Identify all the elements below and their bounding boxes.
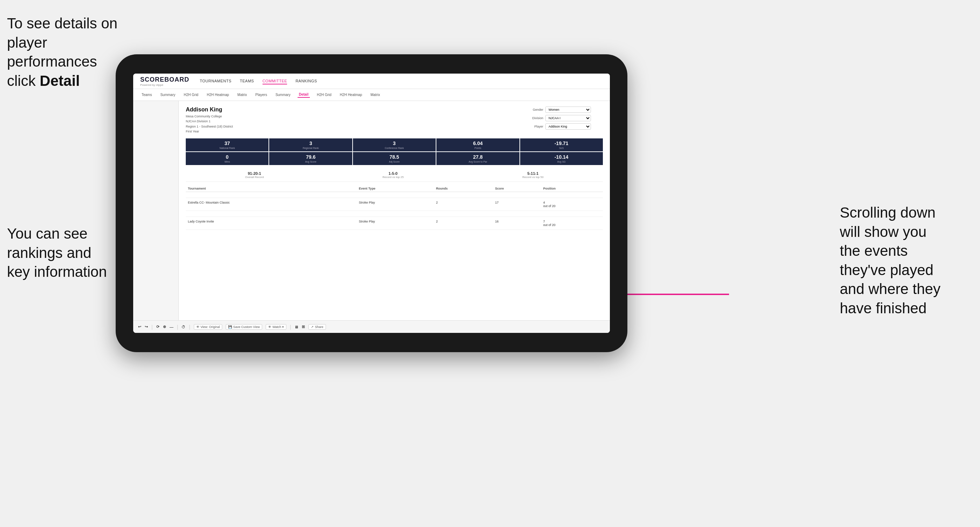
stats-row1: 37 National Rank 3 Regional Rank 3 Confe…: [186, 138, 603, 151]
gender-label: Gender: [526, 108, 543, 111]
sub-nav-detail[interactable]: Detail: [298, 92, 310, 98]
sub-nav-h2h-heatmap[interactable]: H2H Heatmap: [205, 92, 230, 97]
cell-rounds-2: 2: [434, 217, 493, 230]
logo-text: SCOREBOARD: [140, 76, 189, 83]
sub-nav-matrix2[interactable]: Matrix: [369, 92, 381, 97]
nav-teams[interactable]: TEAMS: [240, 78, 254, 84]
nav-tournaments[interactable]: TOURNAMENTS: [200, 78, 231, 84]
stat-avg-sg: -10.14 Avg SG: [520, 152, 603, 165]
division-row: Division NJCAA I NJCAA II: [526, 115, 603, 121]
table-row: Lady Coyote Invite Stroke Play 2 16 7out…: [186, 217, 603, 230]
cell-tournament-2: Lady Coyote Invite: [186, 217, 357, 230]
view-icon: 👁: [196, 325, 199, 329]
stats-row2: 0 Wins 79.6 Avg Score 78.5 Adj Score 27.…: [186, 152, 603, 165]
record-top25: 1-5-0 Record vs top 25: [382, 171, 403, 179]
division-select[interactable]: NJCAA I NJCAA II: [546, 115, 591, 121]
minus-icon[interactable]: —: [170, 325, 173, 329]
col-tournament: Tournament: [186, 185, 357, 192]
stat-conference-rank: 3 Conference Rank: [353, 138, 436, 151]
player-row: Player Addison King: [526, 123, 603, 130]
stat-regional-rank: 3 Regional Rank: [269, 138, 352, 151]
table-row: Estrella CC- Mountain Classic Stroke Pla…: [186, 198, 603, 211]
watch-icon: 👁: [268, 325, 271, 329]
tablet-screen: SCOREBOARD Powered by clippd TOURNAMENTS…: [133, 74, 610, 333]
player-name: Addison King: [186, 106, 233, 113]
cell-position-1: 4out of 20: [541, 198, 603, 211]
top-nav-items: TOURNAMENTS TEAMS COMMITTEE RANKINGS: [200, 78, 317, 84]
refresh-icon[interactable]: ⟳: [156, 324, 159, 329]
nav-rankings[interactable]: RANKINGS: [296, 78, 317, 84]
player-controls: Gender Women Men Division NJCAA I NJCAA …: [526, 106, 603, 134]
sub-nav-summary2[interactable]: Summary: [274, 92, 292, 97]
sub-nav-h2h-grid2[interactable]: H2H Grid: [315, 92, 333, 97]
player-label: Player: [526, 125, 543, 128]
cell-score-2: 16: [493, 217, 541, 230]
gender-select[interactable]: Women Men: [546, 106, 591, 113]
save-icon: 💾: [228, 325, 232, 329]
player-header: Addison King Mesa Community College NJCA…: [186, 106, 603, 134]
redo-icon[interactable]: ↪: [145, 324, 148, 329]
share-button[interactable]: ↗ Share: [309, 324, 326, 330]
annotation-bottom-right: Scrolling downwill show youthe eventsthe…: [840, 203, 973, 318]
player-division: NJCAA Division 1: [186, 119, 233, 124]
sub-nav-matrix[interactable]: Matrix: [236, 92, 248, 97]
stat-avg-score: 79.6 Avg Score: [269, 152, 352, 165]
player-select[interactable]: Addison King: [546, 123, 591, 130]
cell-position-2: 7out of 20: [541, 217, 603, 230]
view-original-button[interactable]: 👁 View: Original: [194, 324, 222, 330]
right-panel: Addison King Mesa Community College NJCA…: [179, 101, 610, 320]
left-panel: [133, 101, 179, 320]
cell-event-type-1: Stroke Play: [357, 198, 434, 211]
zoom-icon[interactable]: ⊕: [163, 324, 166, 329]
clock-icon[interactable]: ⏱: [181, 325, 185, 329]
stat-adj-score: 78.5 Adj Score: [353, 152, 436, 165]
cell-event-type-2: Stroke Play: [357, 217, 434, 230]
stat-avg-score-par: 27.8 Avg Score to Par: [436, 152, 519, 165]
logo-area: SCOREBOARD Powered by clippd: [140, 76, 189, 87]
monitor-icon[interactable]: 🖥: [294, 325, 298, 329]
col-event-type: Event Type: [357, 185, 434, 192]
cell-tournament-1: Estrella CC- Mountain Classic: [186, 198, 357, 211]
stat-national-rank: 37 National Rank: [186, 138, 269, 151]
record-overall: 91-20-1 Overall Record: [245, 171, 264, 179]
col-position: Position: [541, 185, 603, 192]
save-custom-view-button[interactable]: 💾 Save Custom View: [226, 324, 262, 330]
watch-button[interactable]: 👁 Watch ▾: [266, 324, 286, 330]
cell-rounds-1: 2: [434, 198, 493, 211]
gender-row: Gender Women Men: [526, 106, 603, 113]
sub-nav-h2h-grid[interactable]: H2H Grid: [182, 92, 200, 97]
bottom-toolbar: ↩ ↪ | ⟳ ⊕ — | ⏱ | 👁 View: Original 💾 Sav…: [133, 320, 610, 333]
annotation-bottom-left: You can seerankings andkey information: [7, 224, 126, 282]
main-content: Addison King Mesa Community College NJCA…: [133, 101, 610, 320]
player-region: Region 1 - Southwest (18) District: [186, 124, 233, 129]
division-label: Division: [526, 116, 543, 120]
cell-score-1: 17: [493, 198, 541, 211]
stat-wins: 0 Wins: [186, 152, 269, 165]
sub-nav-h2h-heatmap2[interactable]: H2H Heatmap: [339, 92, 363, 97]
grid-icon[interactable]: ⊞: [302, 324, 305, 329]
records-row: 91-20-1 Overall Record 1-5-0 Record vs t…: [186, 168, 603, 182]
tablet: SCOREBOARD Powered by clippd TOURNAMENTS…: [116, 54, 627, 352]
player-info: Addison King Mesa Community College NJCA…: [186, 106, 233, 134]
tournament-table: Tournament Event Type Rounds Score Posit…: [186, 185, 603, 230]
col-score: Score: [493, 185, 541, 192]
player-school: Mesa Community College: [186, 114, 233, 119]
player-year: First Year: [186, 129, 233, 134]
stat-sos: -19.71 SoS: [520, 138, 603, 151]
stat-points: 6.04 Points: [436, 138, 519, 151]
record-top50: 5-11-1 Record vs top 50: [522, 171, 543, 179]
nav-committee[interactable]: COMMITTEE: [262, 78, 287, 84]
undo-icon[interactable]: ↩: [138, 324, 141, 329]
sub-nav-players[interactable]: Players: [254, 92, 269, 97]
sub-nav-teams[interactable]: Teams: [140, 92, 153, 97]
share-icon: ↗: [311, 325, 314, 329]
sub-nav-summary[interactable]: Summary: [159, 92, 177, 97]
top-nav: SCOREBOARD Powered by clippd TOURNAMENTS…: [133, 74, 610, 89]
annotation-top-left: To see details on player performances cl…: [7, 14, 126, 90]
logo-sub: Powered by clippd: [140, 83, 189, 87]
sub-nav: Teams Summary H2H Grid H2H Heatmap Matri…: [133, 89, 610, 101]
col-rounds: Rounds: [434, 185, 493, 192]
